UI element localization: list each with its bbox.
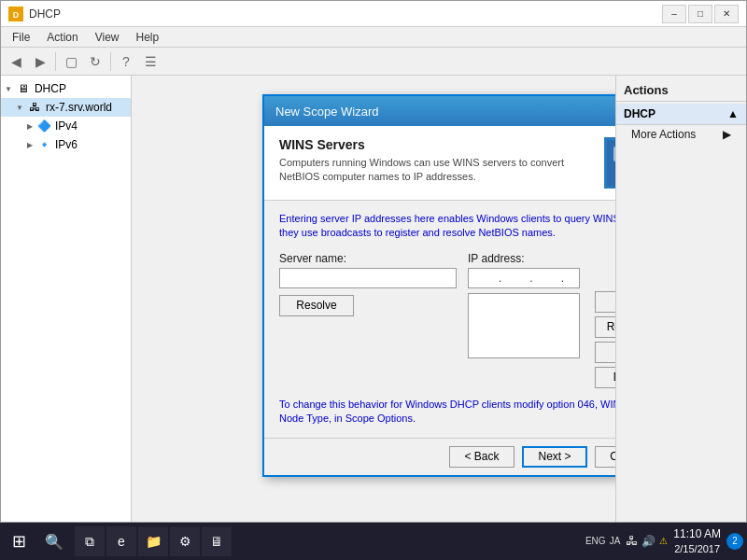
network-area: 🖧 🔊 ⚠ [626, 534, 668, 548]
ip-list-row: Add Remove Up Down [468, 291, 615, 388]
settings-icon[interactable]: ⚙ [170, 526, 200, 556]
maximize-button[interactable]: □ [688, 5, 712, 23]
more-actions-item[interactable]: More Actions ▶ [616, 125, 746, 144]
clock-time: 11:10 AM [673, 527, 721, 542]
dialog-title: New Scope Wizard [275, 105, 379, 119]
remove-button[interactable]: Remove [595, 316, 615, 338]
ip-segment-4[interactable] [566, 272, 590, 285]
region-label: JA [610, 536, 621, 546]
clock-date: 2/15/2017 [673, 542, 721, 555]
menu-help[interactable]: Help [129, 29, 167, 46]
edge-icon[interactable]: e [106, 526, 136, 556]
extra-button[interactable]: ☰ [139, 50, 162, 73]
menu-bar: File Action View Help [1, 27, 746, 48]
toolbar-separator [55, 52, 56, 71]
ip-dot-1: . [499, 272, 501, 285]
minimize-button[interactable]: – [662, 5, 686, 23]
ip-dot-3: . [561, 272, 564, 285]
toolbar-separator-2 [110, 52, 111, 71]
app-icon: D [8, 7, 23, 21]
center-area: New Scope Wizard ✕ WINS Servers Computer… [132, 76, 615, 522]
up-button[interactable]: Up [595, 342, 615, 363]
show-hide-button[interactable]: ▢ [60, 50, 82, 73]
help-button[interactable]: ? [115, 50, 137, 73]
down-button[interactable]: Down [595, 367, 615, 388]
window-controls: – □ ✕ [662, 5, 739, 23]
ip-segment-3[interactable] [535, 272, 559, 285]
taskbar-icons: ⧉ e 📁 ⚙ 🖥 [75, 526, 232, 556]
warning-icon: ⚠ [659, 536, 668, 546]
search-taskbar-button[interactable]: 🔍 [37, 526, 71, 556]
refresh-button[interactable]: ↻ [84, 50, 106, 73]
server-name-input[interactable] [279, 268, 457, 288]
dialog-overlay: New Scope Wizard ✕ WINS Servers Computer… [132, 76, 615, 522]
window-title: DHCP [29, 7, 662, 21]
ip-segment-2[interactable] [503, 272, 528, 285]
ip-segment-1[interactable] [472, 272, 497, 285]
cancel-dialog-button[interactable]: Cancel [595, 446, 615, 468]
action-group-dhcp[interactable]: DHCP ▲ [616, 104, 746, 125]
toolbar: ◀ ▶ ▢ ↻ ? ☰ [1, 48, 746, 76]
right-panel: Actions DHCP ▲ More Actions ▶ [615, 76, 746, 522]
dialog-title-bar: New Scope Wizard ✕ [264, 96, 615, 126]
tree-item-ipv4[interactable]: ▶ 🔷 IPv4 [1, 117, 131, 135]
explorer-icon[interactable]: 📁 [138, 526, 168, 556]
add-button[interactable]: Add [595, 291, 615, 313]
resolve-button[interactable]: Resolve [279, 295, 354, 316]
dialog-header-icon [604, 137, 615, 189]
side-buttons: Add Remove Up Down [595, 291, 615, 388]
ipv6-icon: 🔹 [36, 137, 51, 152]
info-text: Entering server IP addresses here enable… [279, 212, 615, 241]
ip-address-group: IP address: . . . [468, 252, 615, 388]
start-button[interactable]: ⊞ [4, 526, 34, 556]
dialog-header: WINS Servers Computers running Windows c… [264, 126, 615, 201]
audio-icon[interactable]: 🔊 [641, 535, 655, 548]
ip-address-label: IP address: [468, 252, 615, 265]
network-icon[interactable]: 🖧 [626, 534, 638, 548]
note-text: To change this behavior for Windows DHCP… [279, 398, 615, 427]
main-window: D DHCP – □ ✕ File Action View Help ◀ ▶ ▢… [0, 0, 747, 523]
notification-badge[interactable]: 2 [726, 533, 743, 550]
actions-header: Actions [616, 79, 746, 102]
taskbar: ⊞ 🔍 ⧉ e 📁 ⚙ 🖥 ENG JA 🖧 🔊 ⚠ 11:10 AM 2/15… [0, 523, 747, 560]
more-actions-label: More Actions [631, 128, 696, 141]
tree-item-dhcp[interactable]: ▼ 🖥 DHCP [1, 79, 131, 98]
ip-dot-2: . [529, 272, 532, 285]
resolve-btn-area: Resolve [279, 295, 457, 316]
task-view-button[interactable]: ⧉ [75, 526, 105, 556]
dhcp-icon: 🖥 [16, 81, 31, 96]
ip-input-container[interactable]: . . . [468, 268, 580, 288]
close-button[interactable]: ✕ [714, 5, 739, 23]
ipv4-icon: 🔷 [36, 119, 51, 133]
main-content: ▼ 🖥 DHCP ▼ 🖧 rx-7.srv.world ▶ 🔷 IPv4 ▶ 🔹… [1, 76, 746, 522]
lang-label: ENG [585, 536, 606, 546]
tree-label-ipv4: IPv4 [55, 119, 78, 133]
menu-view[interactable]: View [88, 29, 127, 46]
menu-action[interactable]: Action [39, 29, 85, 46]
dialog-header-text: WINS Servers Computers running Windows c… [279, 137, 593, 185]
collapse-icon: ▲ [727, 107, 739, 120]
back-nav-button[interactable]: < Back [449, 446, 514, 468]
tree-label-dhcp: DHCP [35, 82, 66, 95]
back-button[interactable]: ◀ [5, 50, 27, 73]
server-name-label: Server name: [279, 252, 457, 265]
action-group-label: DHCP [624, 107, 655, 120]
ip-list-area[interactable] [468, 293, 580, 358]
clock-area[interactable]: 11:10 AM 2/15/2017 [673, 527, 721, 555]
form-row: Server name: Resolve IP address: [279, 252, 615, 388]
systray-icons: ENG JA [585, 536, 620, 546]
svg-text:D: D [13, 10, 20, 20]
tree-panel: ▼ 🖥 DHCP ▼ 🖧 rx-7.srv.world ▶ 🔷 IPv4 ▶ 🔹… [1, 76, 132, 522]
new-scope-wizard-dialog: New Scope Wizard ✕ WINS Servers Computer… [262, 94, 615, 477]
forward-button[interactable]: ▶ [29, 50, 51, 73]
menu-file[interactable]: File [5, 29, 37, 46]
expand-icon: ▼ [5, 85, 12, 93]
arrow-right-icon: ▶ [723, 128, 731, 141]
title-bar: D DHCP – □ ✕ [1, 1, 746, 27]
dialog-footer: < Back Next > Cancel [264, 438, 615, 475]
dialog-section-header: WINS Servers [279, 137, 593, 152]
tree-item-server[interactable]: ▼ 🖧 rx-7.srv.world [1, 98, 131, 117]
tree-item-ipv6[interactable]: ▶ 🔹 IPv6 [1, 135, 131, 154]
dhcp-taskbar-icon[interactable]: 🖥 [202, 526, 232, 556]
next-nav-button[interactable]: Next > [522, 446, 587, 468]
